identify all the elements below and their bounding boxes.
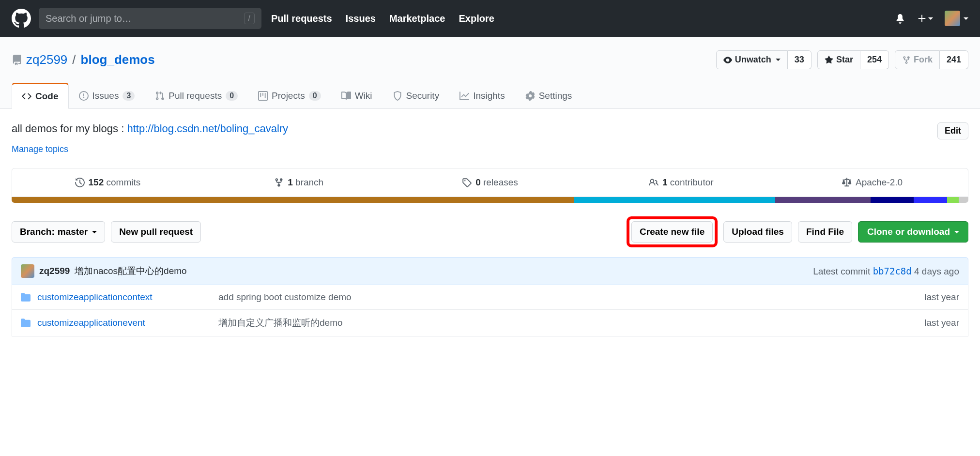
file-name[interactable]: customizeapplicationevent (37, 318, 212, 328)
avatar (945, 11, 960, 26)
nav-links: Pull requests Issues Marketplace Explore (271, 13, 494, 24)
path-separator: / (72, 52, 76, 67)
main-content: all demos for my blogs : http://blog.csd… (0, 109, 980, 350)
nav-issues[interactable]: Issues (346, 13, 376, 24)
notifications-icon[interactable] (895, 13, 905, 24)
lang-segment[interactable] (947, 197, 959, 203)
repo-description: all demos for my blogs : http://blog.csd… (12, 122, 288, 135)
eye-icon (723, 56, 732, 64)
people-icon (649, 178, 658, 187)
tab-code[interactable]: Code (12, 83, 69, 109)
global-header: / Pull requests Issues Marketplace Explo… (0, 0, 980, 37)
history-icon (75, 178, 85, 187)
repo-icon (12, 55, 22, 65)
star-button[interactable]: Star (817, 50, 860, 69)
fork-count[interactable]: 241 (940, 50, 968, 69)
repo-header: zq2599 / blog_demos Unwatch 33 Star 254 (0, 37, 980, 109)
projects-count: 0 (309, 91, 321, 101)
tab-insights[interactable]: Insights (449, 83, 515, 108)
latest-commit-bar: zq2599 增加nacos配置中心的demo Latest commit bb… (12, 257, 968, 285)
folder-icon (21, 318, 31, 328)
issue-icon (79, 91, 89, 101)
tab-settings[interactable]: Settings (515, 83, 582, 108)
repo-owner-link[interactable]: zq2599 (26, 52, 67, 67)
edit-description-button[interactable]: Edit (937, 122, 968, 139)
commit-avatar[interactable] (21, 264, 34, 278)
folder-icon (21, 292, 31, 302)
branch-select[interactable]: Branch: master (12, 221, 105, 243)
issues-count: 3 (122, 91, 135, 101)
new-pull-request-button[interactable]: New pull request (111, 221, 201, 243)
law-icon (842, 178, 852, 187)
lang-segment[interactable] (914, 197, 947, 203)
file-commit-message[interactable]: 增加自定义广播和监听的demo (218, 317, 918, 329)
shield-icon (393, 91, 402, 101)
find-file-button[interactable]: Find File (798, 221, 852, 243)
clone-download-button[interactable]: Clone or download (858, 221, 968, 243)
search-input[interactable] (46, 13, 244, 24)
file-time: last year (924, 318, 959, 328)
graph-icon (459, 91, 469, 101)
pulls-count: 0 (226, 91, 238, 101)
highlight-annotation: Create new file (627, 216, 718, 247)
tab-issues[interactable]: Issues 3 (69, 83, 145, 108)
file-row: customizeapplicationevent 增加自定义广播和监听的dem… (12, 310, 968, 336)
lang-segment[interactable] (775, 197, 871, 203)
watch-count[interactable]: 33 (788, 50, 812, 69)
lang-segment[interactable] (959, 197, 968, 203)
fork-icon (902, 56, 911, 64)
branch-icon (274, 178, 284, 187)
repo-title: zq2599 / blog_demos (12, 52, 155, 67)
pr-icon (155, 91, 165, 101)
unwatch-button[interactable]: Unwatch (716, 50, 788, 69)
description-link[interactable]: http://blog.csdn.net/boling_cavalry (127, 122, 288, 135)
lang-segment[interactable] (871, 197, 914, 203)
user-menu[interactable] (945, 11, 968, 26)
nav-pull-requests[interactable]: Pull requests (271, 13, 332, 24)
repo-name-link[interactable]: blog_demos (81, 52, 155, 67)
code-icon (22, 91, 31, 101)
create-new-file-button[interactable]: Create new file (631, 221, 713, 243)
upload-files-button[interactable]: Upload files (723, 221, 792, 243)
tab-wiki[interactable]: Wiki (331, 83, 383, 108)
commit-author[interactable]: zq2599 (39, 266, 70, 276)
project-icon (258, 91, 268, 101)
stat-releases[interactable]: 0 releases (395, 168, 586, 197)
stat-license[interactable]: Apache-2.0 (777, 168, 968, 197)
book-icon (341, 91, 351, 101)
stat-contributors[interactable]: 1 contributor (585, 168, 777, 197)
stat-commits[interactable]: 152 commits (12, 168, 203, 197)
stat-branches[interactable]: 1 branch (203, 168, 395, 197)
tag-icon (462, 178, 472, 187)
create-new-icon[interactable] (917, 14, 933, 23)
file-row: customizeapplicationcontext add spring b… (12, 285, 968, 310)
repo-stats: 152 commits 1 branch 0 releases 1 contri… (12, 168, 968, 197)
manage-topics-link[interactable]: Manage topics (12, 144, 68, 154)
file-commit-message[interactable]: add spring boot customize demo (218, 292, 918, 303)
file-name[interactable]: customizeapplicationcontext (37, 292, 212, 303)
lang-segment[interactable] (574, 197, 775, 203)
star-icon (825, 56, 833, 64)
tab-security[interactable]: Security (383, 83, 450, 108)
commit-message[interactable]: 增加nacos配置中心的demo (75, 265, 186, 277)
commit-sha[interactable]: bb72c8d (873, 266, 912, 276)
slash-hint: / (244, 13, 255, 24)
commit-time: 4 days ago (912, 266, 959, 276)
nav-marketplace[interactable]: Marketplace (389, 13, 445, 24)
tab-projects[interactable]: Projects 0 (248, 83, 331, 108)
file-time: last year (924, 292, 959, 303)
star-count[interactable]: 254 (860, 50, 889, 69)
language-bar[interactable] (12, 197, 968, 203)
search-box[interactable]: / (39, 8, 261, 29)
repo-tabs: Code Issues 3 Pull requests 0 Projects 0… (12, 83, 968, 108)
file-list: customizeapplicationcontext add spring b… (12, 285, 968, 336)
nav-explore[interactable]: Explore (459, 13, 494, 24)
lang-segment[interactable] (12, 197, 574, 203)
github-logo[interactable] (12, 9, 31, 28)
file-toolbar: Branch: master New pull request Create n… (12, 216, 968, 247)
gear-icon (525, 91, 535, 101)
tab-pull-requests[interactable]: Pull requests 0 (145, 83, 248, 108)
fork-button[interactable]: Fork (895, 50, 940, 69)
